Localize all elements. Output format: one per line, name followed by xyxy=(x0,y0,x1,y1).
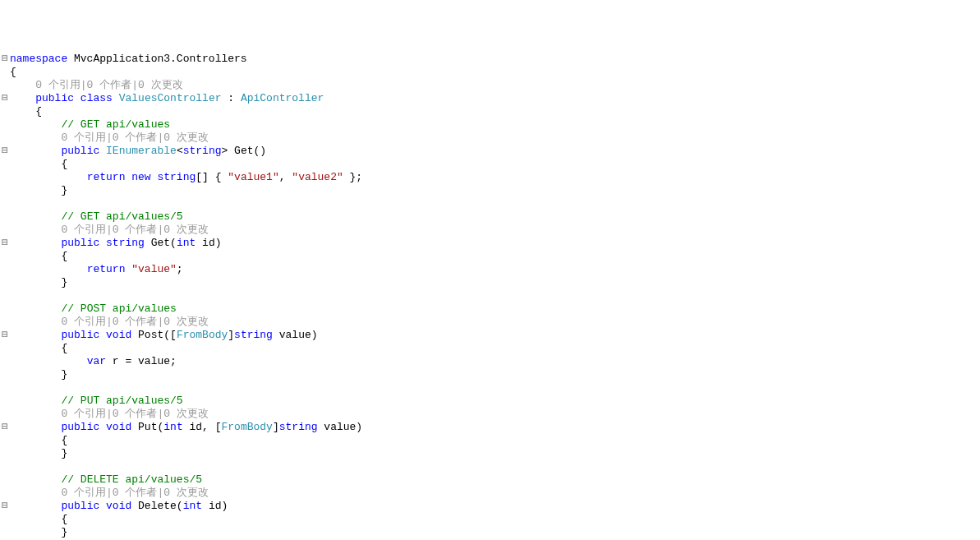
param: id) xyxy=(202,500,228,512)
brace: } xyxy=(61,526,67,538)
fold-icon[interactable]: ⊟ xyxy=(0,500,10,513)
brace: { xyxy=(61,513,67,525)
keyword: void xyxy=(106,500,131,512)
code-line: 0 个引用|0 个作者|0 次更改 xyxy=(0,316,980,329)
keyword: int xyxy=(177,237,196,249)
fold-icon[interactable]: ⊟ xyxy=(0,237,10,250)
gutter xyxy=(0,473,10,487)
gutter xyxy=(0,355,10,368)
codelens[interactable]: 0 个引用|0 个作者|0 次更改 xyxy=(61,316,208,328)
code-line: } xyxy=(0,447,980,460)
code-line: 0 个引用|0 个作者|0 次更改 xyxy=(0,79,980,92)
gutter xyxy=(0,118,10,132)
code-line xyxy=(0,381,980,395)
text: [] { xyxy=(196,171,228,183)
codelens[interactable]: 0 个引用|0 个作者|0 次更改 xyxy=(61,224,208,236)
keyword: public xyxy=(35,92,74,104)
gutter xyxy=(0,79,10,92)
code-line: // GET api/values/5 xyxy=(0,210,980,224)
gutter xyxy=(0,289,10,302)
keyword: public xyxy=(61,145,99,157)
code-editor[interactable]: ⊟namespace MvcApplication3.Controllers {… xyxy=(0,53,980,540)
method-name: Get( xyxy=(145,237,177,249)
code-line: ⊟ public IEnumerable<string> Get() xyxy=(0,145,980,158)
code-line: ⊟namespace MvcApplication3.Controllers xyxy=(0,53,980,66)
method-name: Delete( xyxy=(131,500,182,512)
gutter xyxy=(0,513,10,526)
gutter xyxy=(0,263,10,276)
comment: // GET api/values/5 xyxy=(61,210,182,223)
keyword: return xyxy=(87,171,126,183)
code-line: { xyxy=(0,66,980,79)
code-line: { xyxy=(0,105,980,118)
keyword: namespace xyxy=(10,53,67,65)
gutter xyxy=(0,184,10,197)
codelens[interactable]: 0 个引用|0 个作者|0 次更改 xyxy=(61,132,208,144)
gutter xyxy=(0,526,10,539)
keyword: public xyxy=(61,329,99,341)
code-line: { xyxy=(0,434,980,447)
code-line: return new string[] { "value1", "value2"… xyxy=(0,171,980,184)
gutter xyxy=(0,487,10,500)
fold-icon[interactable]: ⊟ xyxy=(0,329,10,342)
type-name: IEnumerable xyxy=(106,145,177,157)
comment: // GET api/values xyxy=(61,118,170,131)
gutter xyxy=(0,250,10,263)
codelens[interactable]: 0 个引用|0 个作者|0 次更改 xyxy=(35,79,182,91)
code-line: var r = value; xyxy=(0,355,980,368)
gutter xyxy=(0,342,10,355)
code-line xyxy=(0,289,980,302)
semicolon: ; xyxy=(177,263,183,275)
code-line: 0 个引用|0 个作者|0 次更改 xyxy=(0,408,980,421)
code-line: 0 个引用|0 个作者|0 次更改 xyxy=(0,132,980,145)
fold-icon[interactable]: ⊟ xyxy=(0,145,10,158)
gutter xyxy=(0,316,10,329)
keyword: public xyxy=(61,500,99,512)
keyword: return xyxy=(87,263,126,275)
colon: : xyxy=(222,92,241,104)
text: , xyxy=(279,171,292,183)
codelens[interactable]: 0 个引用|0 个作者|0 次更改 xyxy=(61,487,208,499)
param: value) xyxy=(273,329,318,341)
keyword: void xyxy=(106,421,131,433)
code-line: } xyxy=(0,526,980,539)
brace: { xyxy=(61,342,67,354)
code-line: ⊟ public void Delete(int id) xyxy=(0,500,980,513)
code-line: 0 个引用|0 个作者|0 次更改 xyxy=(0,487,980,500)
code-line xyxy=(0,460,980,473)
param: value) xyxy=(318,421,363,433)
gutter xyxy=(0,158,10,171)
code-line: ⊟ public void Post([FromBody]string valu… xyxy=(0,329,980,342)
code-line: } xyxy=(0,184,980,197)
fold-icon[interactable]: ⊟ xyxy=(0,421,10,434)
keyword: void xyxy=(106,329,131,341)
code-line: // PUT api/values/5 xyxy=(0,395,980,408)
fold-icon[interactable]: ⊟ xyxy=(0,53,10,66)
bracket: ] xyxy=(228,329,234,341)
brace: { xyxy=(61,250,67,262)
gutter xyxy=(0,66,10,79)
code-line: { xyxy=(0,250,980,263)
gutter xyxy=(0,395,10,408)
code-line: // POST api/values xyxy=(0,302,980,316)
statement: r = value; xyxy=(106,355,177,367)
fold-icon[interactable]: ⊟ xyxy=(0,92,10,105)
brace: { xyxy=(35,105,42,118)
code-line: } xyxy=(0,368,980,381)
code-line: 0 个引用|0 个作者|0 次更改 xyxy=(0,224,980,237)
code-line: ⊟ public void Put(int id, [FromBody]stri… xyxy=(0,421,980,434)
code-line: return "value"; xyxy=(0,263,980,276)
keyword: int xyxy=(163,421,182,433)
codelens[interactable]: 0 个引用|0 个作者|0 次更改 xyxy=(61,408,208,420)
code-line: // DELETE api/values/5 xyxy=(0,473,980,487)
brace: { xyxy=(10,66,16,78)
method-name: Get() xyxy=(228,145,266,157)
brace: } xyxy=(61,368,67,381)
type-name: ApiController xyxy=(241,92,324,104)
gutter xyxy=(0,302,10,316)
code-line: // GET api/values xyxy=(0,118,980,132)
keyword: string xyxy=(279,421,318,433)
keyword: string xyxy=(234,329,273,341)
string-literal: "value1" xyxy=(228,171,278,183)
comment: // POST api/values xyxy=(61,302,176,315)
